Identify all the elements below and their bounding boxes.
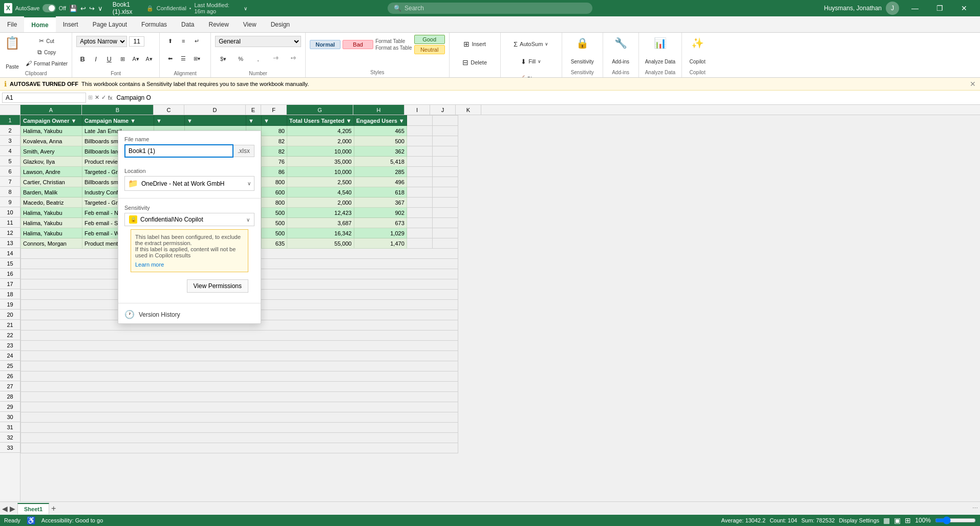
cell-I1[interactable] [407, 116, 432, 126]
expand-formula-icon[interactable]: ⊞ [88, 94, 93, 101]
clear-button[interactable]: 🧹 Clear ∨ [505, 71, 558, 78]
cell-B1[interactable]: Campaign Name ▼ [82, 116, 154, 126]
cell-I12[interactable] [407, 228, 432, 238]
zoom-slider[interactable] [935, 516, 976, 524]
cell-H12[interactable]: 1,029 [354, 228, 407, 238]
col-header-B[interactable]: B [82, 105, 154, 115]
cell-F6[interactable]: 86 [262, 167, 287, 177]
minimize-button[interactable]: — [903, 0, 927, 16]
fill-color-button[interactable]: A▾ [130, 53, 142, 65]
cell-A11[interactable]: Halima, Yakubu [21, 218, 82, 228]
cell-E1[interactable]: ▼ [246, 116, 262, 126]
font-color-button[interactable]: A▾ [143, 53, 155, 65]
accessibility-icon[interactable]: ♿ [27, 516, 35, 524]
align-top-button[interactable]: ⬆ [164, 36, 176, 46]
border-button[interactable]: ⊞ [116, 53, 129, 65]
cell-J5[interactable] [432, 157, 458, 167]
cell-A5[interactable]: Glazkov, Ilya [21, 157, 82, 167]
cell-J13[interactable] [432, 238, 458, 249]
percent-button[interactable]: % [232, 51, 249, 67]
copy-button[interactable]: ⧉ Copy [24, 47, 70, 57]
cell-J10[interactable] [432, 208, 458, 218]
cell-F2[interactable]: 80 [262, 126, 287, 136]
cell-G2[interactable]: 4,205 [287, 126, 354, 136]
version-history-button[interactable]: 🕐 Version History [118, 305, 261, 323]
more-icon[interactable]: ∨ [98, 5, 103, 12]
cell-F7[interactable]: 800 [262, 177, 287, 187]
style-normal[interactable]: Normal [310, 40, 340, 49]
cell-I7[interactable] [407, 177, 432, 187]
number-format-select[interactable]: General [215, 36, 301, 47]
cell-F4[interactable]: 82 [262, 146, 287, 157]
cell-H9[interactable]: 367 [354, 198, 407, 208]
insert-button[interactable]: ⊞ Insert [454, 36, 496, 52]
analyze-data-button[interactable]: 📊 Analyze Data [643, 35, 677, 65]
cell-A9[interactable]: Macedo, Beatriz [21, 198, 82, 208]
cell-C1[interactable]: ▼ [154, 116, 185, 126]
cell-I5[interactable] [407, 157, 432, 167]
cell-A7[interactable]: Cartier, Christian [21, 177, 82, 187]
align-left-button[interactable]: ⬅ [164, 53, 176, 63]
col-header-D[interactable]: D [184, 105, 246, 115]
cell-G12[interactable]: 16,342 [287, 228, 354, 238]
cell-G10[interactable]: 12,423 [287, 208, 354, 218]
cell-I13[interactable] [407, 238, 432, 249]
cell-H6[interactable]: 285 [354, 167, 407, 177]
cell-ref-input[interactable] [2, 93, 86, 103]
cell-J3[interactable] [432, 136, 458, 146]
tab-insert[interactable]: Insert [56, 16, 86, 32]
autosave-bar-close[interactable]: ✕ [970, 80, 976, 88]
cell-H10[interactable]: 902 [354, 208, 407, 218]
underline-button[interactable]: U [103, 53, 115, 65]
cell-J4[interactable] [432, 146, 458, 157]
tab-home[interactable]: Home [24, 16, 55, 32]
format-button[interactable]: ☰ Format [454, 73, 496, 78]
tab-page-layout[interactable]: Page Layout [86, 16, 134, 32]
cell-G4[interactable]: 10,000 [287, 146, 354, 157]
location-dropdown[interactable]: 📁 OneDrive - Net at Work GmbH ∨ [124, 176, 254, 191]
cell-A13[interactable]: Connors, Morgan [21, 238, 82, 249]
col-header-I[interactable]: I [404, 105, 430, 115]
cell-H1[interactable]: Engaged Users ▼ [354, 116, 407, 126]
cell-A4[interactable]: Smith, Avery [21, 146, 82, 157]
undo-icon[interactable]: ↩ [80, 5, 86, 12]
cell-G11[interactable]: 3,687 [287, 218, 354, 228]
cell-F12[interactable]: 500 [262, 228, 287, 238]
cell-G7[interactable]: 2,500 [287, 177, 354, 187]
cell-F13[interactable]: 635 [262, 238, 287, 249]
cut-button[interactable]: ✂ Cut [24, 36, 70, 46]
cell-F10[interactable]: 500 [262, 208, 287, 218]
align-middle-button[interactable]: ≡ [177, 36, 189, 46]
cell-F9[interactable]: 800 [262, 198, 287, 208]
filename-input[interactable] [124, 144, 233, 158]
sensitivity-dropdown[interactable]: 🔒 Confidential\No Copilot ∨ [124, 213, 254, 226]
cell-J11[interactable] [432, 218, 458, 228]
style-bad[interactable]: Bad [343, 40, 373, 49]
col-header-C[interactable]: C [154, 105, 184, 115]
cell-F11[interactable]: 500 [262, 218, 287, 228]
cell-I8[interactable] [407, 187, 432, 198]
redo-icon[interactable]: ↪ [89, 5, 95, 12]
page-layout-icon[interactable]: ▣ [894, 516, 901, 524]
tab-file[interactable]: File [0, 16, 24, 32]
sheet-options-icon[interactable]: ⋯ [972, 505, 978, 512]
align-center-button[interactable]: ☰ [177, 53, 189, 63]
cell-G13[interactable]: 55,000 [287, 238, 354, 249]
cell-J6[interactable] [432, 167, 458, 177]
delete-button[interactable]: ⊟ Delete [454, 54, 496, 71]
cell-H3[interactable]: 500 [354, 136, 407, 146]
style-neutral[interactable]: Neutral [414, 45, 445, 54]
cell-G9[interactable]: 2,000 [287, 198, 354, 208]
bold-button[interactable]: B [76, 53, 89, 65]
cell-F5[interactable]: 76 [262, 157, 287, 167]
modified-chevron[interactable]: ∨ [244, 6, 247, 11]
cell-J8[interactable] [432, 187, 458, 198]
autosum-button[interactable]: Σ AutoSum ∨ [505, 36, 558, 52]
cell-J1[interactable] [432, 116, 458, 126]
currency-button[interactable]: $▾ [215, 51, 231, 67]
cell-J12[interactable] [432, 228, 458, 238]
cell-J7[interactable] [432, 177, 458, 187]
sensitivity-button[interactable]: 🔒 Sensitivity [566, 35, 599, 65]
cell-G6[interactable]: 10,000 [287, 167, 354, 177]
cell-I4[interactable] [407, 146, 432, 157]
